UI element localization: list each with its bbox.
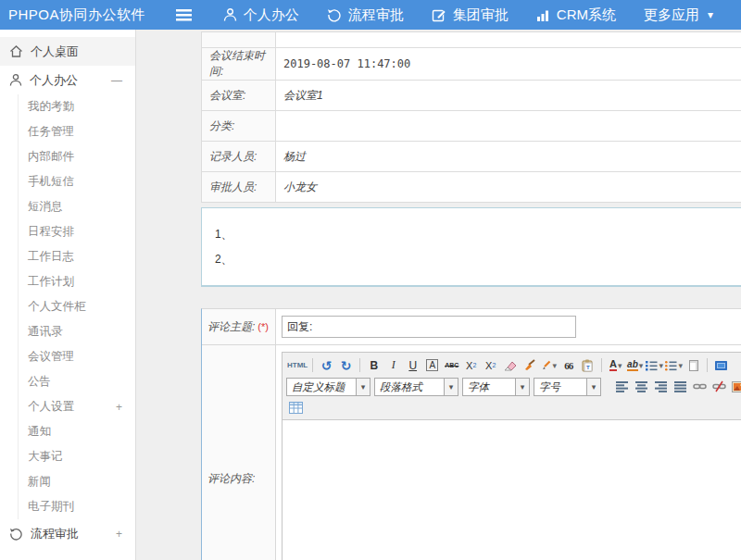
font-family-select[interactable]: 字体 xyxy=(462,378,530,396)
sidebar-item-e-journal[interactable]: 电子期刊 xyxy=(19,494,135,519)
sidebar-item-workflow-approval[interactable]: 流程审批 + xyxy=(0,519,135,548)
font-style-button[interactable]: A xyxy=(423,356,441,374)
sidebar-item-announcement[interactable]: 公告 xyxy=(19,369,135,394)
meeting-detail-table: 会议结束时间: 2019-08-07 11:47:00 会议室: 会议室1 分类… xyxy=(201,31,741,203)
format-brush-icon[interactable] xyxy=(521,356,538,374)
field-label: 分类: xyxy=(202,111,276,142)
comment-subject-input[interactable] xyxy=(282,316,576,338)
nav-label: 个人办公 xyxy=(244,6,299,24)
paste-from-word-icon[interactable]: T xyxy=(579,356,597,374)
field-label: 审批人员: xyxy=(202,172,276,203)
field-label: 会议结束时间: xyxy=(202,48,276,81)
redo-icon[interactable] xyxy=(337,356,355,374)
top-nav-menu: 个人办公 流程审批 集团审批 CRM系统 更多应用 xyxy=(223,6,741,24)
superscript-button[interactable]: X2 xyxy=(462,356,480,374)
strikethrough-button[interactable]: ABC xyxy=(443,356,460,374)
highlight-color-button[interactable]: ab xyxy=(626,356,644,374)
top-navbar: PHPOA协同办公软件 个人办公 流程审批 集团审批 xyxy=(0,0,741,30)
align-justify-icon[interactable] xyxy=(672,378,689,395)
nav-label: 更多应用 xyxy=(644,6,699,24)
sidebar-item-schedule[interactable]: 日程安排 xyxy=(19,219,135,244)
nav-label: 流程审批 xyxy=(348,6,404,24)
subscript-button[interactable]: X2 xyxy=(482,356,499,374)
toolbar-row-1: HTML B I U A ABC X2 X2 xyxy=(286,355,741,376)
underline-button[interactable]: U xyxy=(404,356,421,374)
nav-group-approval[interactable]: 集团审批 xyxy=(432,6,509,24)
new-page-icon[interactable] xyxy=(684,356,702,374)
meeting-content-box: 1、 2、 xyxy=(201,207,741,287)
collapse-toggle[interactable]: — xyxy=(111,74,122,87)
nav-workflow-approval[interactable]: 流程审批 xyxy=(327,6,404,24)
sidebar-item-personal-desktop[interactable]: 个人桌面 xyxy=(0,37,135,66)
nav-crm-system[interactable]: CRM系统 xyxy=(536,6,616,24)
field-value: 会议室1 xyxy=(276,81,741,111)
ordered-list-icon[interactable] xyxy=(646,356,663,374)
sidebar-item-work-plan[interactable]: 工作计划 xyxy=(19,269,135,294)
sidebar-item-meeting-management[interactable]: 会议管理 xyxy=(19,344,135,369)
app-logo-title: PHPOA协同办公软件 xyxy=(0,6,163,24)
chevron-down-icon xyxy=(515,379,529,395)
comment-subject-label-cell: 评论主题: (*) xyxy=(202,309,276,345)
comment-subject-cell xyxy=(276,309,741,345)
history-icon xyxy=(9,527,23,541)
required-mark: (*) xyxy=(257,321,269,332)
font-color-button[interactable]: A xyxy=(607,356,624,374)
separator xyxy=(601,358,602,372)
sidebar-item-work-diary[interactable]: 工作日志 xyxy=(19,244,135,269)
expand-toggle[interactable]: + xyxy=(116,401,122,414)
sidebar-item-notice[interactable]: 通知 xyxy=(19,419,135,444)
remove-format-eraser-icon[interactable] xyxy=(501,356,519,374)
expand-toggle[interactable]: + xyxy=(116,528,122,541)
person-icon xyxy=(9,73,22,87)
italic-button[interactable]: I xyxy=(384,356,402,374)
custom-heading-select[interactable]: 自定义标题 xyxy=(286,378,370,396)
sidebar-item-mobile-sms[interactable]: 手机短信 xyxy=(19,169,135,194)
chevron-down-icon xyxy=(586,379,600,395)
sidebar-item-short-message[interactable]: 短消息 xyxy=(19,194,135,219)
sidebar-item-personal-cabinet[interactable]: 个人文件柜 xyxy=(19,294,135,319)
unordered-list-icon[interactable] xyxy=(665,356,683,374)
editor-content-area[interactable] xyxy=(283,420,741,560)
sidebar-item-personal-office[interactable]: 个人办公 — xyxy=(0,66,135,94)
nav-label: 集团审批 xyxy=(453,6,509,24)
insert-table-icon[interactable] xyxy=(287,399,305,417)
nav-personal-office[interactable]: 个人办公 xyxy=(223,6,299,24)
align-right-icon[interactable] xyxy=(652,378,670,395)
source-code-button[interactable]: HTML xyxy=(287,356,308,374)
paragraph-format-select[interactable]: 段落格式 xyxy=(374,378,458,396)
bold-button[interactable]: B xyxy=(365,356,383,374)
sidebar-item-personal-settings[interactable]: 个人设置+ xyxy=(19,394,135,419)
sidebar-item-label: 流程审批 xyxy=(31,526,116,542)
main-content: 会议结束时间: 2019-08-07 11:47:00 会议室: 会议室1 分类… xyxy=(137,30,741,560)
sidebar-item-contacts[interactable]: 通讯录 xyxy=(19,319,135,344)
sidebar-item-internal-mail[interactable]: 内部邮件 xyxy=(19,144,135,169)
nav-more-apps[interactable]: 更多应用 xyxy=(644,6,713,24)
font-size-select[interactable]: 字号 xyxy=(534,378,601,396)
fullscreen-icon[interactable] xyxy=(712,356,730,374)
content-line: 1、 xyxy=(215,222,741,247)
sidebar-item-news[interactable]: 新闻 xyxy=(19,469,135,494)
sidebar: 个人桌面 个人办公 — 我的考勤 任务管理 内部邮件 手机短信 短消息 日程安排… xyxy=(0,30,136,560)
separator xyxy=(312,358,313,372)
insert-link-icon[interactable] xyxy=(691,378,709,395)
blockquote-button[interactable]: 66 xyxy=(559,356,577,374)
sidebar-item-label: 个人办公 xyxy=(30,72,111,89)
sidebar-item-memorabilia[interactable]: 大事记 xyxy=(19,444,135,469)
separator xyxy=(359,358,360,372)
hamburger-menu-icon[interactable] xyxy=(176,9,191,21)
quick-format-pencil-icon[interactable] xyxy=(540,356,558,374)
field-label: 会议室: xyxy=(202,81,276,111)
table-row-recorder: 记录人员: 杨过 xyxy=(202,142,741,172)
history-icon xyxy=(327,7,342,22)
align-left-icon[interactable] xyxy=(613,378,631,395)
undo-icon[interactable] xyxy=(318,356,335,374)
sidebar-item-my-attendance[interactable]: 我的考勤 xyxy=(19,94,135,119)
insert-image-icon[interactable] xyxy=(730,378,741,395)
chevron-down-icon xyxy=(356,379,370,395)
align-center-icon[interactable] xyxy=(633,378,650,395)
content-line: 2、 xyxy=(215,247,741,272)
nav-label: CRM系统 xyxy=(557,6,616,24)
sidebar-item-task-management[interactable]: 任务管理 xyxy=(19,119,135,144)
sidebar-submenu: 我的考勤 任务管理 内部邮件 手机短信 短消息 日程安排 工作日志 工作计划 个… xyxy=(18,94,135,519)
remove-link-icon[interactable] xyxy=(710,378,728,395)
